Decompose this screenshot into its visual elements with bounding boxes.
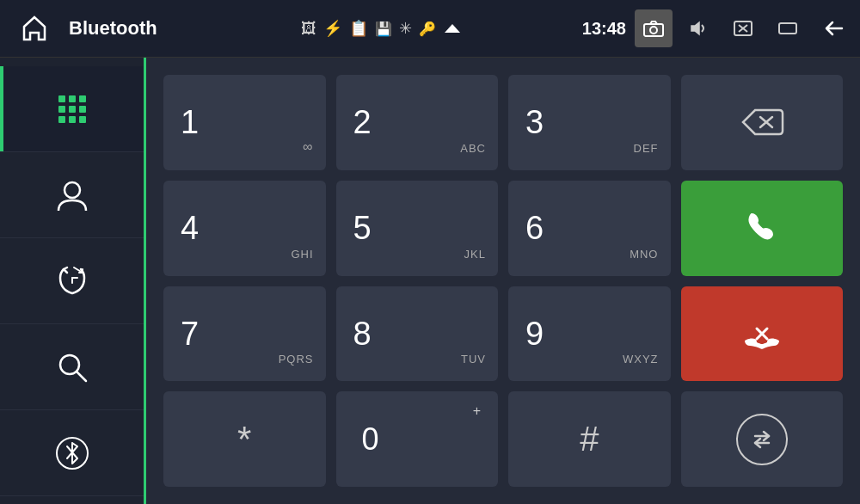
svg-rect-8	[69, 95, 76, 102]
svg-rect-7	[58, 95, 65, 102]
svg-rect-14	[69, 116, 76, 123]
key-icon: 🔑	[419, 21, 436, 37]
dialpad-area: 1 ∞ 2 ABC 3 DEF	[146, 58, 860, 504]
dial-button-3[interactable]: 3 DEF	[508, 75, 671, 170]
recents-icon	[52, 261, 93, 302]
sidebar-item-contacts[interactable]	[0, 152, 144, 238]
svg-rect-6	[779, 23, 796, 34]
dial-button-8[interactable]: 8 TUV	[336, 286, 499, 382]
svg-point-16	[64, 182, 80, 198]
end-call-icon	[738, 318, 786, 349]
backspace-icon	[740, 107, 784, 138]
sidebar-item-bluetooth[interactable]	[0, 410, 144, 496]
dial-button-7[interactable]: 7 PQRS	[163, 286, 326, 382]
contacts-icon	[52, 175, 93, 216]
sidebar-item-search[interactable]	[0, 324, 144, 410]
bluetooth-status-icon: ✳	[399, 19, 412, 38]
end-call-button[interactable]	[681, 286, 844, 382]
plus-label: +	[473, 403, 481, 419]
transfer-circle	[736, 414, 788, 465]
svg-rect-15	[79, 116, 86, 123]
svg-point-2	[650, 27, 657, 34]
usb-icon: ⚡	[323, 19, 342, 38]
home-button[interactable]	[9, 13, 60, 44]
dialpad-grid: 1 ∞ 2 ABC 3 DEF	[163, 75, 843, 487]
volume-button[interactable]	[679, 9, 717, 47]
page-title: Bluetooth	[69, 17, 181, 40]
transfer-button[interactable]	[681, 391, 844, 487]
dial-button-star[interactable]: *	[163, 391, 326, 487]
svg-rect-9	[79, 95, 86, 102]
status-right-icons	[635, 9, 851, 47]
dial-button-9[interactable]: 9 WXYZ	[508, 286, 671, 382]
camera-button[interactable]	[635, 9, 673, 47]
call-icon	[740, 206, 784, 250]
sidebar-item-dialpad[interactable]	[0, 66, 144, 152]
back-button[interactable]	[814, 9, 851, 47]
sdcard-icon: 💾	[375, 21, 392, 37]
svg-rect-10	[58, 106, 65, 113]
close-button[interactable]	[724, 9, 762, 47]
star-label: *	[237, 419, 251, 460]
image-icon: 🖼	[301, 20, 316, 38]
dial-button-2[interactable]: 2 ABC	[336, 75, 499, 170]
status-time: 13:48	[582, 19, 626, 39]
window-button[interactable]	[769, 9, 807, 47]
dial-button-6[interactable]: 6 MNO	[508, 181, 671, 276]
dialpad-icon	[51, 88, 94, 131]
dial-button-hash[interactable]: #	[508, 391, 671, 487]
main-area: 1 ∞ 2 ABC 3 DEF	[0, 58, 860, 504]
sidebar-item-recents[interactable]	[0, 238, 144, 324]
status-bar: Bluetooth 🖼 ⚡ 📋 💾 ✳ 🔑 13:48	[0, 0, 860, 58]
dial-button-backspace[interactable]	[681, 75, 844, 170]
svg-line-18	[77, 372, 86, 381]
svg-rect-12	[79, 106, 86, 113]
signal-icon	[443, 21, 462, 36]
dial-button-4[interactable]: 4 GHI	[163, 181, 326, 276]
transfer-icon	[748, 426, 776, 453]
call-button[interactable]	[681, 181, 844, 276]
svg-marker-0	[445, 24, 460, 33]
bluetooth-icon	[53, 434, 91, 472]
clipboard-icon: 📋	[349, 19, 368, 38]
search-icon	[53, 348, 91, 386]
svg-rect-13	[58, 116, 65, 123]
dial-button-5[interactable]: 5 JKL	[336, 181, 499, 276]
hash-label: #	[580, 420, 599, 458]
dial-button-0[interactable]: 0 +	[336, 391, 499, 487]
svg-rect-11	[69, 106, 76, 113]
status-icons: 🖼 ⚡ 📋 💾 ✳ 🔑	[181, 19, 582, 38]
sidebar	[0, 58, 146, 504]
dial-button-1[interactable]: 1 ∞	[163, 75, 326, 170]
